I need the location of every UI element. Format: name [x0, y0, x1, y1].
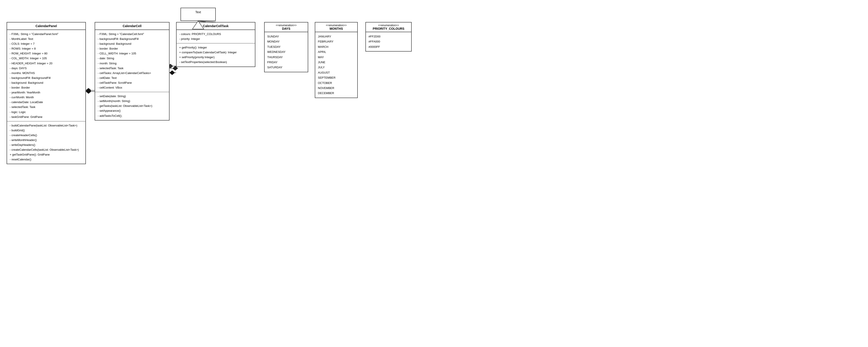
months-enum-header: <<enumeration>> MONTHS [315, 23, 357, 32]
text-class-label: Text [195, 10, 201, 14]
calendarcelltask-methods: + getPriority(): Integer + compareTo(tas… [177, 44, 255, 66]
months-name: MONTHS [318, 27, 354, 30]
svg-marker-3 [86, 88, 91, 92]
calendarpanel-class: CalendarPanel - FXML: String = "Calendar… [7, 22, 86, 164]
calendarcell-class: CalendarCell - FXML: String = "CalendarC… [95, 22, 169, 120]
priority-colours-enum-body: #FF2D00 #FFA000 #0000FF [366, 32, 411, 51]
svg-marker-18 [169, 70, 175, 75]
calendarcell-header: CalendarCell [95, 23, 169, 30]
months-enum-body: JANUARY FEBRUARY MARCH APRIL MAY JUNE JU… [315, 32, 357, 97]
calendarpanel-methods: - buildCalendarPane(taskList: Observable… [7, 121, 85, 164]
calendarpanel-attributes: - FXML: String = "CalendarPanel.fxml" - … [7, 30, 85, 121]
calendarpanel-header: CalendarPanel [7, 23, 85, 30]
days-enum-body: SUNDAY MONDAY TUESDAY WEDNESDAY THURSDAY… [265, 32, 308, 72]
days-enum-header: <<enumeration>> DAYS [265, 23, 308, 32]
months-stereotype: <<enumeration>> [318, 24, 354, 27]
text-class-box: Text [181, 8, 216, 21]
calendarcell-attributes: - FXML: String = "CalendarCell.fxml" - b… [95, 30, 169, 92]
priority-colours-name: PRIORITY_COLOURS [369, 27, 409, 30]
priority-colours-stereotype: <<enumeration>> [369, 24, 409, 27]
months-enum: <<enumeration>> MONTHS JANUARY FEBRUARY … [315, 22, 358, 98]
calendarcelltask-class: CalendarCellTask - colours: PRIORITY_COL… [176, 22, 255, 67]
days-stereotype: <<enumeration>> [267, 24, 305, 27]
calendarcell-methods: - setDate(date: String) - setMonth(month… [95, 92, 169, 120]
diagram-container: Text CalendarPanel - FXML: String = "Cal… [0, 0, 868, 347]
days-enum: <<enumeration>> DAYS SUNDAY MONDAY TUESD… [264, 22, 308, 72]
svg-marker-16 [86, 89, 91, 94]
calendarcelltask-header: CalendarCellTask [177, 23, 255, 30]
priority-colours-enum: <<enumeration>> PRIORITY_COLOURS #FF2D00… [365, 22, 412, 52]
days-name: DAYS [267, 27, 305, 30]
svg-marker-10 [86, 88, 91, 92]
priority-colours-enum-header: <<enumeration>> PRIORITY_COLOURS [366, 23, 411, 32]
calendarcelltask-attributes: - colours: PRIORITY_COLOURS - priority: … [177, 30, 255, 44]
